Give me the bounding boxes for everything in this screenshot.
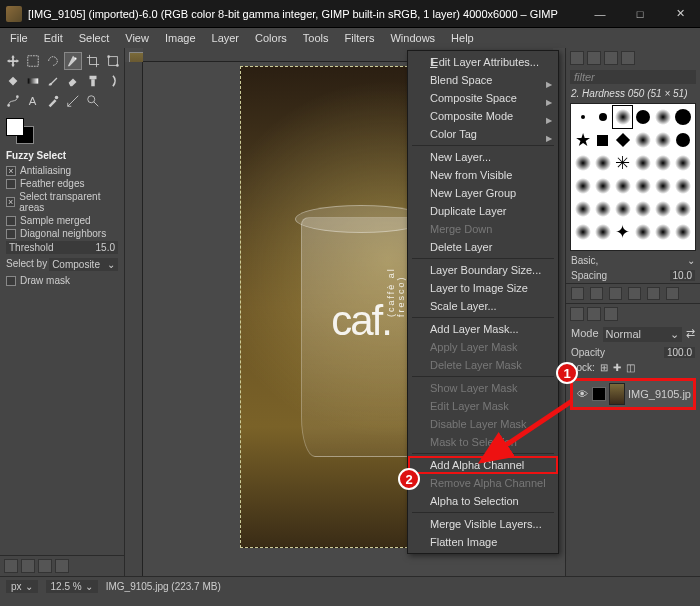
antialiasing-checkbox[interactable] bbox=[6, 166, 16, 176]
ctx-scale[interactable]: Scale Layer... bbox=[408, 297, 558, 315]
restore-preset-icon[interactable] bbox=[21, 559, 35, 573]
layer-link-icon[interactable] bbox=[592, 387, 606, 401]
switch-icon[interactable]: ⇄ bbox=[686, 327, 695, 342]
menu-filters[interactable]: Filters bbox=[339, 30, 381, 46]
menu-edit[interactable]: Edit bbox=[38, 30, 69, 46]
ctx-merge-visible[interactable]: Merge Visible Layers... bbox=[408, 515, 558, 533]
opacity-value[interactable]: 100.0 bbox=[664, 347, 695, 358]
new-brush-icon[interactable] bbox=[590, 287, 603, 300]
ctx-boundary[interactable]: Layer Boundary Size... bbox=[408, 261, 558, 279]
save-preset-icon[interactable] bbox=[4, 559, 18, 573]
menu-file[interactable]: File bbox=[4, 30, 34, 46]
feather-checkbox[interactable] bbox=[6, 179, 16, 189]
open-brush-icon[interactable] bbox=[666, 287, 679, 300]
brush-filter-input[interactable]: filter bbox=[570, 70, 696, 84]
threshold-slider[interactable]: Threshold 15.0 bbox=[6, 241, 118, 254]
ctx-delete[interactable]: Delete Layer bbox=[408, 238, 558, 256]
transparent-checkbox[interactable] bbox=[6, 197, 15, 207]
menu-view[interactable]: View bbox=[119, 30, 155, 46]
free-select-tool-icon[interactable] bbox=[44, 52, 62, 70]
menu-help[interactable]: Help bbox=[445, 30, 480, 46]
path-tool-icon[interactable] bbox=[4, 92, 22, 110]
menu-windows[interactable]: Windows bbox=[384, 30, 441, 46]
ctx-composite-mode[interactable]: Composite Mode bbox=[408, 107, 558, 125]
brush-tool-icon[interactable] bbox=[44, 72, 62, 90]
paths-tab-icon[interactable] bbox=[604, 307, 618, 321]
menu-layer[interactable]: Layer bbox=[206, 30, 246, 46]
menu-image[interactable]: Image bbox=[159, 30, 202, 46]
edit-brush-icon[interactable] bbox=[571, 287, 584, 300]
ctx-add-mask[interactable]: Add Layer Mask... bbox=[408, 320, 558, 338]
lock-pixels-icon[interactable]: ⊞ bbox=[600, 362, 608, 373]
ctx-composite-space[interactable]: Composite Space bbox=[408, 89, 558, 107]
menu-colors[interactable]: Colors bbox=[249, 30, 293, 46]
ctx-new-from-visible[interactable]: New from Visible bbox=[408, 166, 558, 184]
selectby-dropdown[interactable]: Composite⌄ bbox=[49, 258, 118, 271]
layers-tab-icon[interactable] bbox=[570, 307, 584, 321]
layer-row[interactable]: 👁 IMG_9105.jp bbox=[570, 378, 696, 410]
delete-preset-icon[interactable] bbox=[38, 559, 52, 573]
close-button[interactable]: ✕ bbox=[660, 0, 700, 28]
ctx-color-tag[interactable]: Color Tag bbox=[408, 125, 558, 143]
layer-name[interactable]: IMG_9105.jp bbox=[628, 388, 691, 400]
channels-tab-icon[interactable] bbox=[587, 307, 601, 321]
svg-line-13 bbox=[482, 401, 572, 461]
menu-tools[interactable]: Tools bbox=[297, 30, 335, 46]
transform-tool-icon[interactable] bbox=[104, 52, 122, 70]
gradient-tool-icon[interactable] bbox=[24, 72, 42, 90]
smudge-tool-icon[interactable] bbox=[104, 72, 122, 90]
ctx-blend-space[interactable]: Blend Space bbox=[408, 71, 558, 89]
unit-dropdown[interactable]: px⌄ bbox=[6, 580, 38, 593]
refresh-brush-icon[interactable] bbox=[647, 287, 660, 300]
history-tab-icon[interactable] bbox=[621, 51, 635, 65]
mode-dropdown[interactable]: Normal⌄ bbox=[603, 327, 682, 342]
eraser-tool-icon[interactable] bbox=[64, 72, 82, 90]
drawmask-checkbox[interactable] bbox=[6, 276, 16, 286]
ctx-edit-attrs[interactable]: EEdit Layer Attributes... bbox=[408, 53, 558, 71]
ctx-new-group[interactable]: New Layer Group bbox=[408, 184, 558, 202]
transparent-label: Select transparent areas bbox=[19, 191, 118, 213]
ruler-vertical[interactable] bbox=[125, 62, 143, 576]
fuzzy-select-tool-icon[interactable] bbox=[64, 52, 82, 70]
patterns-tab-icon[interactable] bbox=[587, 51, 601, 65]
move-tool-icon[interactable] bbox=[4, 52, 22, 70]
ctx-alpha-to-sel[interactable]: Alpha to Selection bbox=[408, 492, 558, 510]
minimize-button[interactable]: — bbox=[580, 0, 620, 28]
fonts-tab-icon[interactable] bbox=[604, 51, 618, 65]
sample-merged-checkbox[interactable] bbox=[6, 216, 16, 226]
svg-point-1 bbox=[75, 58, 77, 60]
clone-tool-icon[interactable] bbox=[84, 72, 102, 90]
brush-preset-label[interactable]: Basic, bbox=[571, 255, 598, 266]
zoom-tool-icon[interactable] bbox=[84, 92, 102, 110]
ctx-flatten[interactable]: Flatten Image bbox=[408, 533, 558, 551]
ctx-to-image[interactable]: Layer to Image Size bbox=[408, 279, 558, 297]
reset-preset-icon[interactable] bbox=[55, 559, 69, 573]
ctx-apply-mask: Apply Layer Mask bbox=[408, 338, 558, 356]
brush-grid[interactable]: ★ ✳ ✦ bbox=[570, 103, 696, 251]
measure-tool-icon[interactable] bbox=[64, 92, 82, 110]
ctx-duplicate[interactable]: Duplicate Layer bbox=[408, 202, 558, 220]
threshold-label: Threshold bbox=[9, 242, 53, 253]
foreground-color[interactable] bbox=[6, 118, 24, 136]
zoom-dropdown[interactable]: 12.5 %⌄ bbox=[46, 580, 98, 593]
lock-alpha-icon[interactable]: ◫ bbox=[626, 362, 635, 373]
brush-footer-icons bbox=[566, 283, 700, 304]
dup-brush-icon[interactable] bbox=[609, 287, 622, 300]
picker-tool-icon[interactable] bbox=[44, 92, 62, 110]
menu-select[interactable]: Select bbox=[73, 30, 116, 46]
ctx-new-layer[interactable]: New Layer... bbox=[408, 148, 558, 166]
crop-tool-icon[interactable] bbox=[84, 52, 102, 70]
color-swatches[interactable] bbox=[6, 118, 118, 144]
lock-pos-icon[interactable]: ✚ bbox=[613, 362, 621, 373]
brushes-tab-icon[interactable] bbox=[570, 51, 584, 65]
svg-rect-0 bbox=[28, 56, 39, 67]
rect-select-tool-icon[interactable] bbox=[24, 52, 42, 70]
bucket-tool-icon[interactable] bbox=[4, 72, 22, 90]
layer-thumbnail[interactable] bbox=[609, 383, 625, 405]
spacing-value[interactable]: 10.0 bbox=[670, 270, 695, 281]
maximize-button[interactable]: □ bbox=[620, 0, 660, 28]
text-tool-icon[interactable]: A bbox=[24, 92, 42, 110]
del-brush-icon[interactable] bbox=[628, 287, 641, 300]
diagonal-checkbox[interactable] bbox=[6, 229, 16, 239]
ctx-remove-alpha: Remove Alpha Channel bbox=[408, 474, 558, 492]
